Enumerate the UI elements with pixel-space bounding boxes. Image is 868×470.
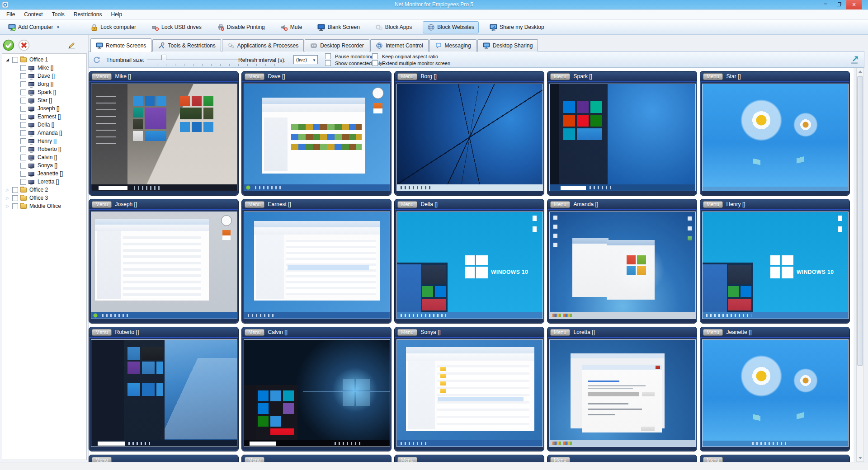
toolbar-blank-screen[interactable]: Blank Screen <box>313 21 364 33</box>
remote-screen-thumbnail[interactable] <box>396 84 543 191</box>
tree-checkbox[interactable] <box>20 114 26 120</box>
computer-card-partial[interactable]: Menu <box>89 455 239 462</box>
tree-item-star[interactable]: Star [] <box>2 96 86 104</box>
card-menu-button[interactable]: Menu <box>550 201 570 208</box>
remote-screen-thumbnail[interactable] <box>396 339 543 447</box>
tree-item-joseph[interactable]: Joseph [] <box>2 104 86 113</box>
card-menu-button[interactable]: Menu <box>92 201 112 208</box>
tree-checkbox[interactable] <box>20 122 26 128</box>
remote-screen-thumbnail[interactable] <box>244 212 390 319</box>
tree-checkbox[interactable] <box>20 163 26 169</box>
tree-item-calvin[interactable]: Calvin [] <box>2 153 86 161</box>
computer-card-star[interactable]: MenuStar [] <box>700 71 850 196</box>
computer-card-sonya[interactable]: MenuSonya [] <box>394 327 544 451</box>
toolbar-block-websites[interactable]: Block Websites <box>423 21 479 33</box>
toolbar-add-computer[interactable]: Add Computer▼ <box>4 21 64 33</box>
detach-view-button[interactable] <box>849 55 859 65</box>
tree-checkbox[interactable] <box>20 65 26 71</box>
remote-screen-thumbnail[interactable] <box>702 84 849 191</box>
tree-item-della[interactable]: Della [] <box>2 121 86 129</box>
menu-file[interactable]: File <box>2 10 19 19</box>
computer-card-borg[interactable]: MenuBorg [] <box>394 71 544 196</box>
edit-button[interactable] <box>67 41 76 50</box>
tree-checkbox[interactable] <box>20 179 26 185</box>
tree-item-spark[interactable]: Spark [] <box>2 88 86 96</box>
tree-checkbox[interactable] <box>20 73 26 79</box>
expand-icon[interactable]: ▷ <box>6 188 12 192</box>
computer-card-jeanette[interactable]: MenuJeanette [] <box>700 327 850 451</box>
remote-screen-thumbnail[interactable] <box>549 84 696 191</box>
computer-card-della[interactable]: MenuDella []WINDOWS 10 <box>394 199 544 324</box>
computer-card-earnest[interactable]: MenuEarnest [] <box>241 199 392 324</box>
menu-context[interactable]: Context <box>19 10 47 19</box>
card-menu-button[interactable]: Menu <box>92 73 112 80</box>
remote-screen-thumbnail[interactable] <box>244 339 390 447</box>
tree-checkbox[interactable] <box>12 195 18 201</box>
card-menu-button[interactable]: Menu <box>703 201 723 208</box>
remote-screen-thumbnail[interactable] <box>91 84 237 191</box>
tree-group-office-3[interactable]: ▷Office 3 <box>2 194 86 202</box>
tree-item-roberto[interactable]: Roberto [] <box>2 145 86 153</box>
card-menu-button[interactable]: Menu <box>245 329 264 336</box>
tab-applications-processes[interactable]: Applications & Processes <box>222 39 304 52</box>
card-menu-button[interactable]: Menu <box>92 329 112 336</box>
remote-screen-thumbnail[interactable] <box>702 339 849 447</box>
tree-item-loretta[interactable]: Loretta [] <box>2 178 86 186</box>
tab-tools-restrictions[interactable]: Tools & Restrictions <box>152 39 221 52</box>
remote-screen-thumbnail[interactable] <box>91 212 237 319</box>
card-menu-button[interactable]: Menu <box>245 201 264 208</box>
toolbar-block-apps[interactable]: Block Apps <box>371 21 416 33</box>
toolbar-mute[interactable]: Mute <box>276 21 307 33</box>
tree-item-dave[interactable]: Dave [] <box>2 72 86 80</box>
computer-card-roberto[interactable]: MenuRoberto [] <box>89 327 239 451</box>
close-button[interactable]: ✕ <box>846 0 862 9</box>
tree-checkbox[interactable] <box>20 130 26 136</box>
tree-item-amanda[interactable]: Amanda [] <box>2 129 86 137</box>
remote-screen-thumbnail[interactable] <box>91 339 237 447</box>
tree-checkbox[interactable] <box>20 138 26 144</box>
checkbox-show-connected-only[interactable] <box>325 60 331 66</box>
computer-card-spark[interactable]: MenuSpark [] <box>547 71 697 196</box>
apply-button[interactable] <box>3 39 14 51</box>
computer-card-dave[interactable]: MenuDave [] <box>241 71 392 196</box>
tree-item-jeanette[interactable]: Jeanette [] <box>2 169 86 178</box>
menu-tools[interactable]: Tools <box>47 10 69 19</box>
tree-item-sonya[interactable]: Sonya [] <box>2 161 86 169</box>
card-menu-button[interactable]: Menu <box>92 457 112 462</box>
scroll-up-button[interactable] <box>857 68 863 75</box>
checkbox-keep-original-aspect-ratio[interactable] <box>372 53 378 59</box>
tree-checkbox[interactable] <box>20 106 26 112</box>
checkbox-extend-multiple-monitor-screen[interactable] <box>372 60 378 66</box>
tree-checkbox[interactable] <box>12 203 18 209</box>
vertical-scrollbar[interactable] <box>856 68 864 462</box>
computer-card-henry[interactable]: MenuHenry []WINDOWS 10 <box>700 199 850 324</box>
tree-item-mike[interactable]: Mike [] <box>2 64 86 72</box>
card-menu-button[interactable]: Menu <box>703 73 723 80</box>
expand-icon[interactable]: ▷ <box>6 196 12 200</box>
remote-screen-thumbnail[interactable] <box>549 212 696 319</box>
minimize-button[interactable]: – <box>819 0 832 9</box>
cancel-button[interactable] <box>18 39 30 51</box>
collapse-icon[interactable]: ◢ <box>6 57 12 62</box>
tab-desktop-recorder[interactable]: Desktop Recorder <box>305 39 369 52</box>
computer-card-partial[interactable]: Menu <box>241 455 392 462</box>
card-menu-button[interactable]: Menu <box>245 73 264 80</box>
tab-remote-screens[interactable]: Remote Screens <box>90 38 151 52</box>
computer-card-loretta[interactable]: MenuLoretta [] <box>547 327 697 451</box>
toolbar-lock-usb-drives[interactable]: Lock USB drives <box>147 21 206 33</box>
tree-group-middle-office[interactable]: ▷Middle Office <box>2 202 86 210</box>
computer-card-partial[interactable]: Menu <box>700 455 850 462</box>
computer-card-partial[interactable]: Menu <box>394 455 544 462</box>
tree-item-henry[interactable]: Henry [] <box>2 137 86 145</box>
card-menu-button[interactable]: Menu <box>703 329 723 336</box>
scrollbar-thumb[interactable] <box>857 76 863 366</box>
computer-card-joseph[interactable]: MenuJoseph [] <box>89 199 239 324</box>
menu-restrictions[interactable]: Restrictions <box>69 10 107 19</box>
expand-icon[interactable]: ▷ <box>6 204 12 208</box>
computer-card-partial[interactable]: Menu <box>547 455 697 462</box>
card-menu-button[interactable]: Menu <box>397 457 417 462</box>
remote-screen-thumbnail[interactable] <box>549 339 696 447</box>
tree-checkbox[interactable] <box>20 89 26 95</box>
scroll-down-button[interactable] <box>857 454 863 461</box>
card-menu-button[interactable]: Menu <box>703 457 723 462</box>
